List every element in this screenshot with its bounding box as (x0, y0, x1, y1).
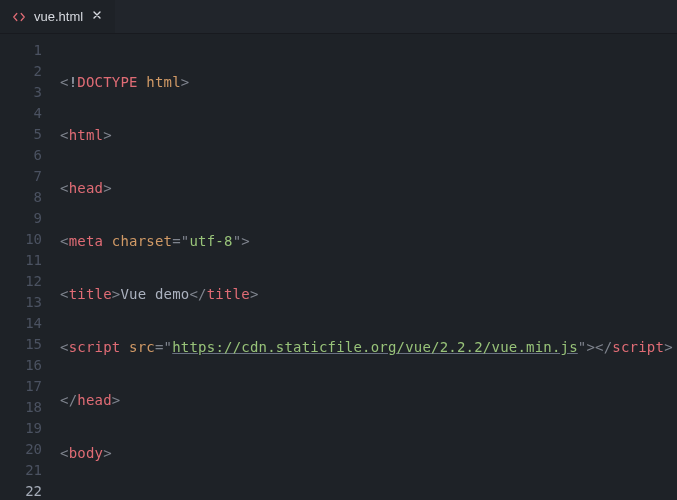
line-number: 6 (0, 145, 46, 166)
line-number: 14 (0, 313, 46, 334)
line-number: 21 (0, 460, 46, 481)
code-line: <!DOCTYPE html> (60, 72, 673, 93)
close-icon[interactable] (91, 9, 103, 24)
line-number: 13 (0, 292, 46, 313)
code-editor[interactable]: 12345678910111213141516171819202122 <!DO… (0, 34, 677, 500)
line-number: 8 (0, 187, 46, 208)
line-number: 17 (0, 376, 46, 397)
code-line: <html> (60, 125, 673, 146)
line-number: 2 (0, 61, 46, 82)
code-line: <title>Vue demo</title> (60, 284, 673, 305)
line-number: 9 (0, 208, 46, 229)
code-line: <body> (60, 443, 673, 464)
code-line: <head> (60, 178, 673, 199)
tab-filename: vue.html (34, 9, 83, 24)
line-number-gutter: 12345678910111213141516171819202122 (0, 34, 46, 500)
code-line: <script src="https://cdn.staticfile.org/… (60, 337, 673, 358)
code-line: </head> (60, 390, 673, 411)
code-line: <div id="app"> (60, 496, 673, 500)
line-number: 19 (0, 418, 46, 439)
tab-vue-html[interactable]: vue.html (0, 0, 115, 33)
line-number: 3 (0, 82, 46, 103)
line-number: 12 (0, 271, 46, 292)
code-line: <meta charset="utf-8"> (60, 231, 673, 252)
line-number: 18 (0, 397, 46, 418)
tab-bar: vue.html (0, 0, 677, 34)
code-icon (12, 10, 26, 24)
line-number: 16 (0, 355, 46, 376)
line-number: 1 (0, 40, 46, 61)
line-number: 15 (0, 334, 46, 355)
code-content: <!DOCTYPE html> <html> <head> <meta char… (46, 34, 673, 500)
line-number: 20 (0, 439, 46, 460)
line-number: 10 (0, 229, 46, 250)
line-number: 22 (0, 481, 46, 500)
line-number: 4 (0, 103, 46, 124)
line-number: 7 (0, 166, 46, 187)
line-number: 5 (0, 124, 46, 145)
line-number: 11 (0, 250, 46, 271)
